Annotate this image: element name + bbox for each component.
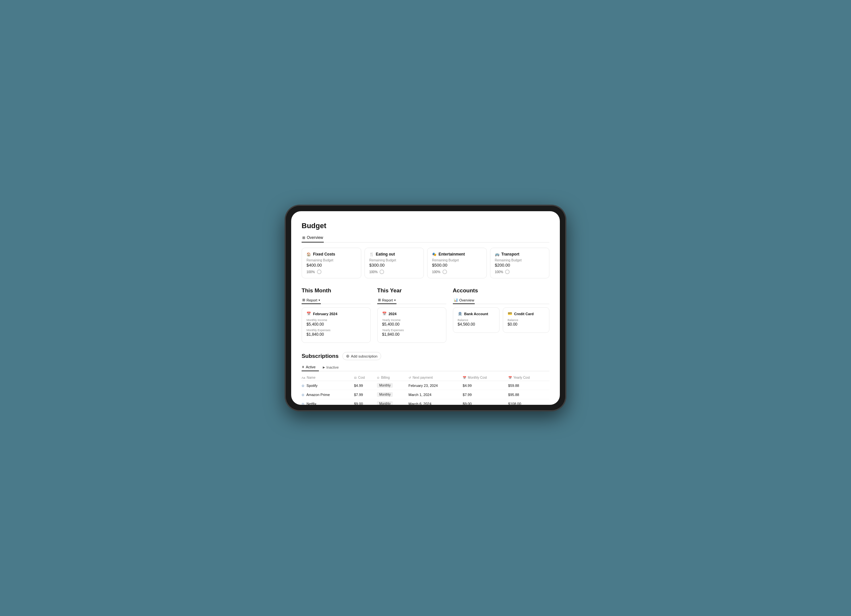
bank-icon: 🏦	[458, 312, 462, 316]
spotify-name: ⊙ Spotify	[302, 381, 354, 390]
eating-out-icon: 🍴	[370, 252, 374, 257]
this-month-report-tab[interactable]: ⊞ Report ▾	[302, 297, 321, 304]
fixed-costs-header: 🏠 Fixed Costs	[307, 252, 356, 257]
credit-card-card: 💳 Credit Card Balance $0.00	[503, 307, 549, 333]
active-icon: ⏸	[302, 365, 305, 369]
accounts-section: Accounts 📊 Overview 🏦 Bank Account Balan…	[453, 287, 549, 343]
budget-cards: 🏠 Fixed Costs Remaining Budget $400.00 1…	[302, 248, 549, 278]
overview-icon: ⊞	[302, 236, 305, 240]
subscriptions-table: Aa Name ⊟ Cost ⊙ Billing ↺	[302, 374, 549, 405]
progress-circle	[379, 269, 384, 274]
netflix-name: ⊙ Netflix	[302, 399, 354, 405]
this-year-card-header: 📅 2024	[382, 312, 442, 316]
this-year-card: 📅 2024 Yearly Income $5,400.00 Yearly Ex…	[377, 307, 447, 343]
col-yearly-cost: 📅 Yearly Cost	[508, 374, 549, 381]
progress-circle	[442, 269, 447, 274]
table-row: ⊙ Netflix $9.00 Monthly March 6, 2024 $9…	[302, 399, 549, 405]
bank-account-card: 🏦 Bank Account Balance $4,560.00	[453, 307, 499, 333]
this-month-tab-bar: ⊞ Report ▾	[302, 297, 371, 304]
entertainment-card: 🎭 Entertainment Remaining Budget $500.00…	[427, 248, 487, 278]
calendar-icon: 📅	[382, 312, 387, 316]
spotify-icon: ⊙	[302, 384, 304, 388]
col-next-payment: ↺ Next payment	[409, 374, 463, 381]
device-frame: Budget ⊞ Overview 🏠 Fixed Costs Remainin…	[285, 205, 566, 411]
this-year-tab-bar: ⊞ Report ▾	[377, 297, 447, 304]
transport-icon: 🚌	[495, 252, 499, 257]
report-icon: ⊞	[302, 298, 305, 302]
chevron-down-icon: ▾	[319, 299, 320, 302]
spotify-billing: Monthly	[377, 381, 409, 390]
col-monthly-cost: 📅 Monthly Cost	[463, 374, 508, 381]
subscriptions-section: Subscriptions ⊕ Add subscription ⏸ Activ…	[302, 352, 549, 405]
transport-header: 🚌 Transport	[495, 252, 545, 257]
this-year-section: This Year ⊞ Report ▾ 📅 2024 Yearly Incom…	[377, 287, 447, 343]
progress-circle	[317, 269, 322, 274]
accounts-overview-tab[interactable]: 📊 Overview	[453, 297, 475, 304]
transport-progress: 100%	[495, 269, 545, 274]
plus-icon: ⊕	[346, 354, 350, 359]
accounts-cards: 🏦 Bank Account Balance $4,560.00 💳 Credi…	[453, 307, 549, 333]
eating-out-progress: 100%	[370, 269, 419, 274]
page-title: Budget	[302, 222, 549, 230]
fixed-costs-progress: 100%	[307, 269, 356, 274]
transport-card: 🚌 Transport Remaining Budget $200.00 100…	[490, 248, 550, 278]
accounts-tab-bar: 📊 Overview	[453, 297, 549, 304]
calendar-icon: 📅	[307, 312, 311, 316]
entertainment-progress: 100%	[432, 269, 482, 274]
eating-out-card: 🍴 Eating out Remaining Budget $300.00 10…	[365, 248, 424, 278]
netflix-billing: Monthly	[377, 399, 409, 405]
screen: Budget ⊞ Overview 🏠 Fixed Costs Remainin…	[291, 211, 560, 405]
inactive-tab[interactable]: ▶ Inactive	[323, 364, 342, 371]
progress-circle	[505, 269, 510, 274]
this-month-card: 📅 February 2024 Monthly Income $5,400.00…	[302, 307, 371, 343]
subscriptions-header: Subscriptions ⊕ Add subscription	[302, 352, 549, 360]
amazon-prime-billing: Monthly	[377, 390, 409, 399]
amazon-prime-name: ⊙ Amazon Prime	[302, 390, 354, 399]
subscriptions-tabs: ⏸ Active ▶ Inactive	[302, 364, 549, 371]
eating-out-header: 🍴 Eating out	[370, 252, 419, 257]
this-month-section: This Month ⊞ Report ▾ 📅 February 2024 Mo…	[302, 287, 371, 343]
entertainment-icon: 🎭	[432, 252, 437, 257]
bank-account-header: 🏦 Bank Account	[458, 312, 495, 316]
inactive-icon: ▶	[323, 366, 325, 369]
fixed-costs-icon: 🏠	[307, 252, 311, 257]
entertainment-header: 🎭 Entertainment	[432, 252, 482, 257]
credit-card-header: 💳 Credit Card	[508, 312, 544, 316]
this-year-report-tab[interactable]: ⊞ Report ▾	[377, 297, 397, 304]
budget-tab-bar: ⊞ Overview	[302, 233, 549, 242]
sections-row: This Month ⊞ Report ▾ 📅 February 2024 Mo…	[302, 287, 549, 343]
col-billing: ⊙ Billing	[377, 374, 409, 381]
add-subscription-button[interactable]: ⊕ Add subscription	[342, 352, 381, 360]
accounts-icon: 📊	[454, 298, 458, 302]
report-icon: ⊞	[378, 298, 381, 302]
netflix-icon: ⊙	[302, 402, 304, 405]
active-tab[interactable]: ⏸ Active	[302, 364, 319, 371]
table-row: ⊙ Amazon Prime $7.99 Monthly March 1, 20…	[302, 390, 549, 399]
amazon-prime-icon: ⊙	[302, 393, 304, 397]
this-month-card-header: 📅 February 2024	[307, 312, 366, 316]
col-name: Aa Name	[302, 374, 354, 381]
chevron-down-icon: ▾	[394, 299, 396, 302]
table-row: ⊙ Spotify $4.99 Monthly February 23, 202…	[302, 381, 549, 390]
credit-card-icon: 💳	[508, 312, 512, 316]
overview-tab[interactable]: ⊞ Overview	[302, 233, 324, 242]
col-cost: ⊟ Cost	[354, 374, 377, 381]
fixed-costs-card: 🏠 Fixed Costs Remaining Budget $400.00 1…	[302, 248, 361, 278]
